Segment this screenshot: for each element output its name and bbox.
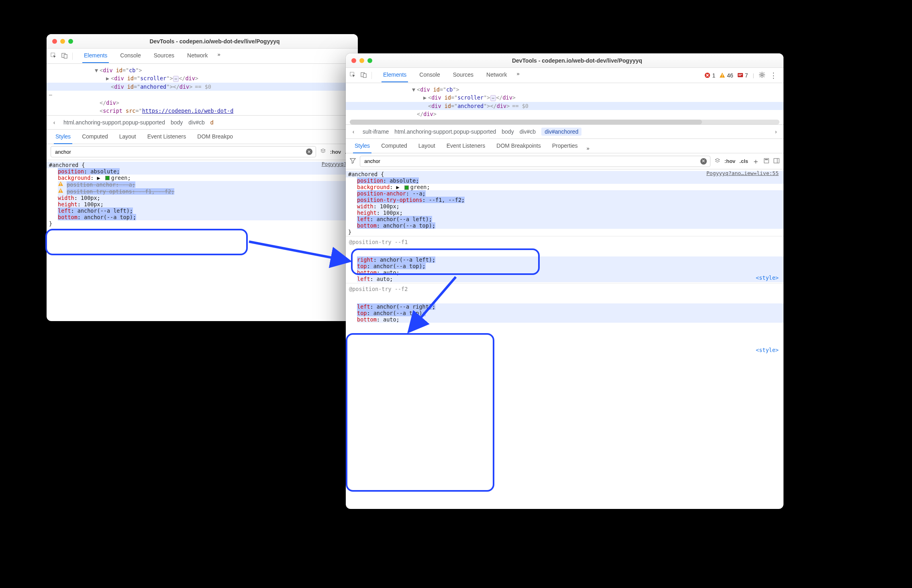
tab-elements[interactable]: Elements — [78, 50, 113, 63]
computed-toggle-icon[interactable] — [763, 158, 769, 165]
subtab-layout[interactable]: Layout — [114, 131, 141, 144]
style-source-link[interactable]: <style> — [756, 347, 779, 353]
breadcrumb-item[interactable]: sult-iframe — [363, 128, 389, 135]
css-prop[interactable]: position — [357, 177, 383, 184]
more-tabs-icon[interactable]: » — [514, 69, 522, 82]
tab-network[interactable]: Network — [481, 69, 512, 82]
titlebar[interactable]: DevTools - codepen.io/web-dot-dev/live/P… — [346, 53, 783, 68]
css-val[interactable]: auto — [383, 316, 396, 323]
clear-filter-icon[interactable]: ✕ — [306, 149, 312, 155]
tab-sources[interactable]: Sources — [148, 50, 180, 63]
css-val[interactable]: green — [111, 175, 128, 181]
tab-sources[interactable]: Sources — [447, 69, 479, 82]
subtab-event-listeners[interactable]: Event Listeners — [143, 131, 191, 144]
breadcrumb-item-current[interactable]: div#anchored — [541, 128, 581, 136]
cls-toggle[interactable]: .cls — [739, 158, 748, 164]
css-prop[interactable]: position-try-options — [357, 197, 422, 203]
elements-dom-tree[interactable]: ▼<div id="cb"> ▶<div id="scroller">⋯</di… — [47, 64, 358, 115]
css-val[interactable]: anchor(--a right) — [377, 303, 432, 310]
styles-filter-input[interactable] — [363, 158, 697, 165]
more-subtabs-icon[interactable]: » — [584, 144, 592, 153]
breadcrumb-item[interactable]: html.anchoring-support.popup-supported — [394, 128, 496, 135]
css-val[interactable]: anchor(--a top) — [84, 214, 133, 220]
css-prop[interactable]: position-try-options — [67, 188, 132, 195]
issue-counters[interactable]: 1 46 7 — [704, 72, 748, 79]
styles-filter-input-wrap[interactable]: ✕ — [51, 146, 316, 157]
hov-toggle[interactable]: :hov — [724, 158, 735, 164]
elements-dom-tree[interactable]: ▼<div id="cb"> ▶<div id="scroller">⋯</di… — [346, 83, 783, 124]
css-val[interactable]: anchor(--a left) — [377, 216, 429, 222]
breadcrumb-item[interactable]: div#cb — [188, 119, 204, 126]
breadcrumb[interactable]: ‹ html.anchoring-support.popup-supported… — [47, 115, 358, 130]
css-prop[interactable]: background — [58, 175, 90, 181]
filter-funnel-icon[interactable] — [350, 158, 356, 165]
subtab-computed[interactable]: Computed — [77, 131, 113, 144]
tab-console[interactable]: Console — [114, 50, 146, 63]
subtab-event-listeners[interactable]: Event Listeners — [442, 140, 490, 153]
css-prop[interactable]: height — [357, 210, 377, 216]
css-val[interactable]: --f1, --f2 — [429, 197, 461, 203]
subtab-layout[interactable]: Layout — [414, 140, 440, 153]
css-prop[interactable]: position — [58, 168, 84, 175]
zoom-icon[interactable] — [68, 39, 73, 44]
css-val[interactable]: anchor(--a top) — [373, 310, 422, 316]
breadcrumb-item[interactable]: body — [171, 119, 183, 126]
traffic-lights[interactable] — [351, 58, 372, 63]
breadcrumb-item[interactable]: div#cb — [520, 128, 536, 135]
tab-console[interactable]: Console — [414, 69, 445, 82]
css-val[interactable]: --f1, --f2 — [139, 188, 171, 195]
breadcrumb-item-truncated[interactable]: d — [210, 119, 214, 126]
zoom-icon[interactable] — [367, 58, 372, 63]
subtab-dom-breakpoints[interactable]: DOM Breakpo — [192, 131, 238, 144]
css-prop[interactable]: bottom — [357, 316, 377, 323]
css-prop[interactable]: position-anchor — [67, 181, 116, 188]
subtab-dom-breakpoints[interactable]: DOM Breakpoints — [492, 140, 545, 153]
layers-icon[interactable] — [320, 148, 326, 155]
tab-network[interactable]: Network — [182, 50, 213, 63]
css-prop[interactable]: bottom — [58, 214, 78, 220]
css-val[interactable]: 100px — [81, 195, 97, 201]
kebab-menu-icon[interactable]: ⋮ — [767, 71, 779, 80]
script-src-link[interactable]: https://codepen.io/web-dot-d — [142, 108, 234, 114]
settings-icon[interactable] — [759, 72, 765, 79]
style-source-link[interactable]: <style> — [756, 275, 779, 281]
close-icon[interactable] — [351, 58, 356, 63]
css-prop[interactable]: width — [58, 195, 74, 201]
position-try-header-f1[interactable]: @position-try --f1 — [346, 236, 783, 248]
css-val[interactable]: 100px — [380, 203, 396, 210]
color-swatch-icon[interactable] — [105, 176, 110, 180]
inspect-element-icon[interactable] — [350, 72, 356, 79]
minimize-icon[interactable] — [359, 58, 364, 63]
inspect-element-icon[interactable] — [51, 53, 57, 60]
device-toggle-icon[interactable] — [61, 53, 67, 60]
css-val[interactable]: anchor(--a left) — [78, 208, 130, 214]
rule-source-link[interactable]: Pogyyyq?ano…iew=live:55 — [706, 170, 779, 176]
clear-filter-icon[interactable]: ✕ — [700, 158, 707, 165]
breadcrumb-right-icon[interactable]: › — [772, 128, 779, 135]
layers-icon[interactable] — [714, 158, 720, 165]
css-prop[interactable]: left — [357, 216, 370, 222]
breadcrumb-left-icon[interactable]: ‹ — [51, 119, 58, 126]
subtab-computed[interactable]: Computed — [376, 140, 412, 153]
css-val[interactable]: 100px — [84, 201, 100, 208]
css-val[interactable]: --a — [122, 181, 132, 188]
sidebar-toggle-icon[interactable] — [773, 158, 779, 165]
device-toggle-icon[interactable] — [361, 72, 367, 79]
css-val[interactable]: 100px — [383, 210, 400, 216]
css-prop[interactable]: bottom — [357, 222, 377, 229]
color-swatch-icon[interactable] — [404, 185, 409, 190]
tab-elements[interactable]: Elements — [377, 69, 412, 82]
css-val[interactable]: green — [410, 184, 427, 190]
css-prop[interactable]: left — [357, 276, 370, 282]
css-val[interactable]: auto — [377, 276, 390, 282]
css-prop[interactable]: left — [58, 208, 71, 214]
css-val[interactable]: --a — [412, 190, 422, 197]
traffic-lights[interactable] — [52, 39, 73, 44]
more-tabs-icon[interactable]: » — [215, 50, 222, 63]
breadcrumb-item[interactable]: body — [502, 128, 514, 135]
subtab-styles[interactable]: Styles — [350, 140, 375, 153]
horizontal-scrollbar[interactable] — [350, 120, 779, 124]
minimize-icon[interactable] — [60, 39, 65, 44]
titlebar[interactable]: DevTools - codepen.io/web-dot-dev/live/P… — [47, 34, 358, 49]
styles-filter-input-wrap[interactable]: ✕ — [360, 156, 710, 167]
